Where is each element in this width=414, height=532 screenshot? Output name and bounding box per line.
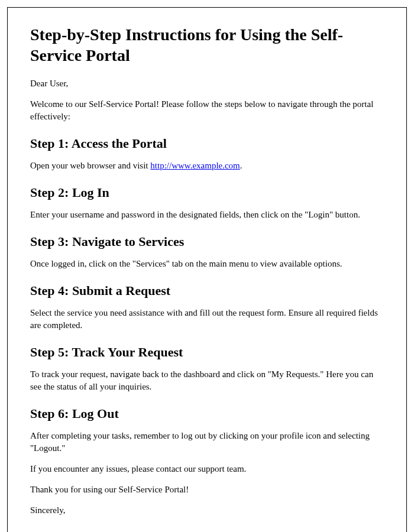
step1-text-before: Open your web browser and visit (30, 161, 150, 170)
step6-paragraph: After completing your tasks, remember to… (30, 430, 384, 455)
closing-thanks: Thank you for using our Self-Service Por… (30, 484, 384, 496)
step4-heading: Step 4: Submit a Request (30, 283, 384, 299)
step1-text-after: . (240, 161, 242, 170)
step1-paragraph: Open your web browser and visit http://w… (30, 160, 384, 172)
document-page: Step-by-Step Instructions for Using the … (7, 7, 407, 532)
step6-heading: Step 6: Log Out (30, 406, 384, 421)
step5-heading: Step 5: Track Your Request (30, 345, 384, 360)
step1-heading: Step 1: Access the Portal (30, 136, 384, 151)
page-title: Step-by-Step Instructions for Using the … (30, 24, 384, 66)
step4-paragraph: Select the service you need assistance w… (30, 307, 384, 332)
step2-heading: Step 2: Log In (30, 185, 384, 200)
step3-paragraph: Once logged in, click on the "Services" … (30, 258, 384, 270)
intro-paragraph: Welcome to our Self-Service Portal! Plea… (30, 98, 384, 123)
step5-paragraph: To track your request, navigate back to … (30, 368, 384, 393)
portal-link[interactable]: http://www.example.com (150, 161, 240, 170)
salutation: Dear User, (30, 77, 384, 90)
step3-heading: Step 3: Navigate to Services (30, 234, 384, 249)
closing-support: If you encounter any issues, please cont… (30, 463, 384, 475)
step2-paragraph: Enter your username and password in the … (30, 209, 384, 221)
signoff: Sincerely, (30, 504, 384, 517)
